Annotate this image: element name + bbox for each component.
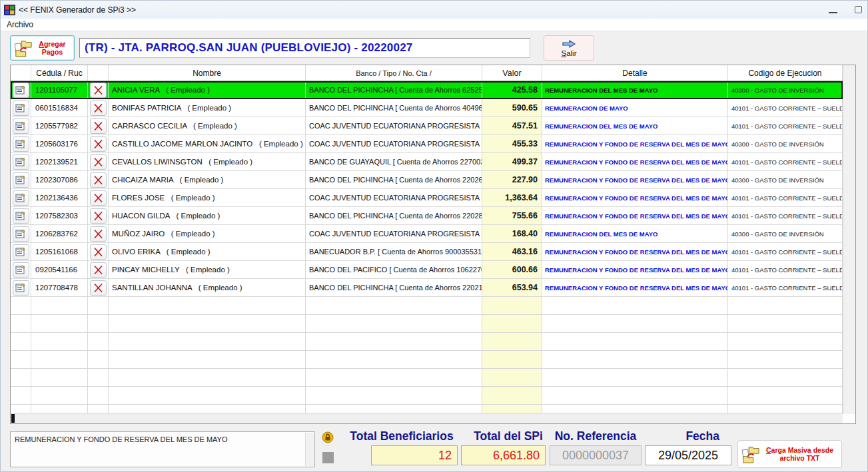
- delete-row-button[interactable]: [90, 190, 107, 206]
- menu-archivo[interactable]: Archivo: [1, 20, 39, 29]
- edit-row-button[interactable]: [13, 190, 29, 206]
- detalle-textarea[interactable]: REMUNERACION Y FONDO DE RESERVA DEL MES …: [10, 431, 315, 467]
- edit-form-icon: [15, 85, 26, 95]
- lock-icon: [322, 431, 334, 443]
- table-row[interactable]: 1205161068 OLIVO ERIKA ( Empleado ) BANE…: [11, 243, 843, 261]
- table-row-empty[interactable]: [11, 297, 843, 315]
- app-window: << FENIX Generador de SPi3 >> Archivo Ag…: [0, 0, 868, 472]
- edit-row-button[interactable]: [13, 244, 29, 260]
- textarea-scrollbar[interactable]: [305, 433, 314, 466]
- table-row-empty[interactable]: [11, 333, 843, 351]
- delete-row-button[interactable]: [90, 154, 107, 170]
- red-x-icon: [94, 176, 103, 184]
- total-beneficiarios-value: 12: [371, 445, 458, 465]
- salir-label: Salir: [561, 49, 576, 57]
- col-header-cedula[interactable]: Cédula / Ruc: [31, 65, 88, 81]
- delete-row-button[interactable]: [90, 83, 107, 98]
- referencia-field[interactable]: 0000000037: [550, 445, 642, 465]
- agregar-pagos-button[interactable]: Agregar Pagos: [10, 35, 75, 61]
- total-spi-value: 6,661.80: [461, 445, 546, 465]
- table-row[interactable]: 1205577982 CARRASCO CECILIA ( Empleado )…: [11, 117, 843, 135]
- red-x-icon: [94, 194, 103, 202]
- edit-form-icon: [15, 229, 26, 239]
- table-row[interactable]: 1207708478 SANTILLAN JOHANNA ( Empleado …: [11, 279, 843, 297]
- blue-right-arrow-icon: [562, 39, 576, 49]
- delete-row-button[interactable]: [90, 118, 107, 134]
- table-row[interactable]: 0601516834 BONIFAS PATRICIA ( Empleado )…: [11, 99, 843, 117]
- edit-row-button[interactable]: [13, 136, 29, 152]
- table-row[interactable]: 1202307086 CHICAIZA MARIA ( Empleado ) B…: [11, 171, 843, 189]
- table-row[interactable]: 1206283762 MUÑOZ JAIRO ( Empleado ) COAC…: [11, 225, 843, 243]
- table-row[interactable]: 1201105077 ANICIA VERA ( Empleado ) BANC…: [11, 81, 843, 99]
- status-square: [322, 452, 334, 463]
- edit-row-button[interactable]: [13, 154, 29, 170]
- window-title: << FENIX Generador de SPi3 >>: [19, 5, 136, 15]
- maximize-icon[interactable]: [855, 6, 862, 13]
- minimize-icon[interactable]: [829, 12, 837, 13]
- horizontal-scrollbar[interactable]: [11, 413, 843, 423]
- menubar: Archivo: [1, 19, 867, 31]
- delete-row-button[interactable]: [90, 226, 107, 242]
- table-row[interactable]: 0920541166 PINCAY MICHELLY ( Empleado ) …: [11, 261, 843, 279]
- edit-row-button[interactable]: [13, 83, 29, 98]
- edit-row-button[interactable]: [13, 172, 29, 188]
- col-header-valor[interactable]: Valor: [482, 65, 542, 81]
- edit-row-button[interactable]: [13, 262, 29, 278]
- edit-row-button[interactable]: [13, 280, 29, 296]
- col-header-codigo[interactable]: Codigo de Ejecucion: [728, 65, 843, 81]
- table-row[interactable]: 1202136436 FLORES JOSE ( Empleado ) COAC…: [11, 189, 843, 207]
- red-x-icon: [94, 86, 103, 95]
- grid-body: 1201105077 ANICIA VERA ( Empleado ) BANC…: [11, 81, 843, 414]
- delete-row-button[interactable]: [90, 262, 107, 278]
- edit-row-button[interactable]: [13, 226, 29, 242]
- fecha-label: Fecha: [645, 429, 730, 443]
- edit-form-icon: [15, 193, 26, 203]
- table-row[interactable]: 1202139521 CEVALLOS LIWINSGTON ( Emplead…: [11, 153, 843, 171]
- edit-form-icon: [15, 139, 26, 149]
- scrollbar-thumb[interactable]: [11, 414, 15, 423]
- delete-row-button[interactable]: [90, 172, 107, 188]
- delete-row-button[interactable]: [90, 208, 107, 224]
- red-x-icon: [94, 140, 103, 148]
- col-header-nombre[interactable]: Nombre: [109, 65, 306, 81]
- col-header-detalle[interactable]: Detalle: [542, 65, 728, 81]
- table-row-empty[interactable]: [11, 387, 843, 405]
- delete-row-button[interactable]: [90, 136, 107, 152]
- carga-masiva-label: Carga Masiva desde archivo TXT: [761, 446, 839, 462]
- red-x-icon: [94, 104, 103, 113]
- delete-row-button[interactable]: [90, 280, 107, 296]
- edit-row-button[interactable]: [13, 208, 29, 224]
- table-row[interactable]: 1205603176 CASTILLO JACOME MARLON JACINT…: [11, 135, 843, 153]
- table-row-empty[interactable]: [11, 315, 843, 333]
- edit-form-icon: [15, 265, 26, 275]
- edit-row-button[interactable]: [13, 118, 29, 134]
- red-x-icon: [94, 122, 103, 130]
- edit-form-icon: [15, 103, 26, 113]
- delete-row-button[interactable]: [90, 101, 107, 116]
- folder-transfer-icon: [741, 445, 761, 463]
- edit-form-icon: [15, 211, 26, 221]
- total-beneficiarios-label: Total Beneficiarios: [344, 429, 459, 443]
- edit-form-icon: [15, 175, 26, 185]
- edit-row-button[interactable]: [13, 101, 29, 116]
- red-x-icon: [94, 266, 103, 274]
- fecha-field[interactable]: 29/05/2025: [645, 445, 731, 465]
- detalle-text: REMUNERACION Y FONDO DE RESERVA DEL MES …: [15, 435, 227, 443]
- delete-row-button[interactable]: [90, 244, 107, 260]
- titlebar: << FENIX Generador de SPi3 >>: [1, 1, 867, 19]
- table-row-empty[interactable]: [11, 369, 843, 387]
- vertical-scrollbar[interactable]: [843, 65, 855, 414]
- edit-form-icon: [15, 121, 26, 131]
- table-row-empty[interactable]: [11, 351, 843, 369]
- red-x-icon: [94, 284, 103, 292]
- entity-field[interactable]: (TR) - JTA. PARROQ.SAN JUAN (PUEBLOVIEJO…: [79, 38, 530, 58]
- edit-form-icon: [15, 247, 26, 257]
- salir-button[interactable]: Salir: [544, 35, 594, 61]
- app-icon: [4, 5, 15, 15]
- red-x-icon: [94, 230, 103, 238]
- table-row[interactable]: 1207582303 HUACON GILDA ( Empleado ) BAN…: [11, 207, 843, 225]
- carga-masiva-button[interactable]: Carga Masiva desde archivo TXT: [737, 440, 842, 468]
- edit-form-icon: [15, 157, 26, 167]
- edit-form-icon: [15, 283, 26, 293]
- col-header-banco[interactable]: Banco / Tipo / No. Cta /: [306, 65, 482, 81]
